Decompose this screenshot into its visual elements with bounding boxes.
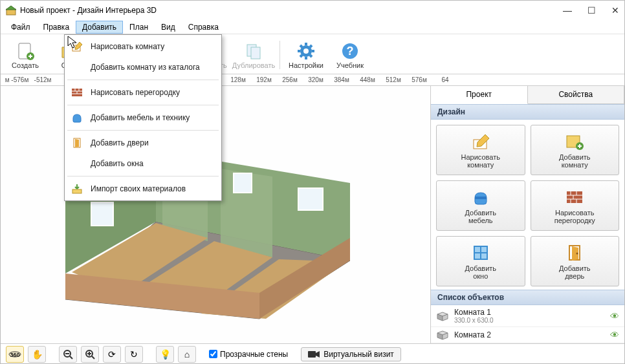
svg-rect-36: [567, 191, 582, 203]
svg-point-7: [303, 48, 309, 54]
pan-hand-button[interactable]: ✋: [28, 346, 46, 363]
bottom-toolbar: 360 ✋ ⟳ ↻ 💡 ⌂ Прозрачные стены Виртуальн…: [1, 343, 624, 364]
svg-line-15: [310, 45, 312, 47]
pencil-room-icon: [70, 40, 84, 53]
room-cube-icon: [436, 330, 449, 340]
dd-draw-room[interactable]: Нарисовать комнату: [66, 36, 220, 57]
transparent-walls-checkbox[interactable]: Прозрачные стены: [209, 350, 288, 359]
brick-wall-icon: [70, 86, 84, 99]
light-button[interactable]: 💡: [156, 346, 174, 363]
svg-rect-65: [308, 351, 316, 358]
panel-tabs: Проект Свойства: [431, 86, 624, 104]
chair-icon: [70, 111, 84, 124]
room-cube-icon: [436, 311, 449, 321]
door-icon: [564, 242, 585, 263]
dd-add-doors[interactable]: Добавить двери: [66, 133, 220, 153]
tab-project[interactable]: Проект: [431, 86, 528, 104]
menu-plan[interactable]: План: [123, 21, 155, 34]
dd-import-materials[interactable]: Импорт своих материалов: [66, 178, 220, 199]
section-objects-header: Список объектов: [431, 290, 624, 305]
door-icon: [70, 136, 84, 149]
svg-line-14: [300, 55, 302, 57]
svg-line-13: [310, 55, 312, 57]
svg-rect-5: [251, 47, 260, 59]
svg-rect-29: [298, 188, 323, 210]
visibility-eye-icon[interactable]: 👁: [610, 330, 619, 340]
design-grid: Нарисовать комнату Добавить комнату Доба…: [431, 120, 624, 290]
btn-add-window[interactable]: Добавить окно: [436, 236, 525, 286]
svg-marker-75: [75, 139, 79, 147]
zoom-in-button[interactable]: [81, 346, 99, 363]
minimize-button[interactable]: —: [563, 5, 572, 16]
zoom-out-button[interactable]: [59, 346, 77, 363]
maximize-button[interactable]: ☐: [587, 5, 596, 16]
list-item[interactable]: Комната 1330.0 x 630.0 👁: [431, 305, 624, 327]
duplicate-icon: [243, 41, 264, 61]
window-icon: [470, 242, 491, 263]
menu-add[interactable]: Добавить: [76, 21, 123, 34]
chair-icon: [470, 187, 491, 208]
visibility-eye-icon[interactable]: 👁: [610, 311, 619, 321]
toolbar-sep2: [280, 41, 280, 69]
right-panel: Проект Свойства Дизайн Нарисовать комнат…: [430, 86, 624, 343]
btn-add-room[interactable]: Добавить комнату: [531, 125, 620, 175]
btn-add-door[interactable]: Добавить дверь: [531, 236, 620, 286]
camera-home-button[interactable]: ⌂: [178, 346, 196, 363]
svg-point-49: [576, 253, 578, 255]
gear-icon: [296, 41, 316, 61]
brick-wall-icon: [564, 187, 585, 208]
btn-add-furniture[interactable]: Добавить мебель: [436, 180, 525, 231]
app-icon: [6, 5, 16, 16]
menu-edit[interactable]: Правка: [37, 21, 76, 34]
btn-draw-room[interactable]: Нарисовать комнату: [436, 125, 525, 175]
svg-rect-35: [475, 197, 487, 199]
menu-file[interactable]: Файл: [5, 21, 37, 34]
dd-add-furniture[interactable]: Добавить мебель и технику: [66, 107, 220, 128]
list-item[interactable]: Комната 2 👁: [431, 327, 624, 343]
view-360-button[interactable]: 360: [6, 346, 24, 363]
toolbar-create[interactable]: Создать: [5, 37, 46, 73]
camera-icon: [308, 350, 320, 358]
svg-marker-1: [6, 6, 16, 10]
dd-add-windows[interactable]: Добавить окна: [66, 153, 220, 174]
svg-rect-26: [91, 202, 113, 226]
dd-draw-partition[interactable]: Нарисовать перегородку: [66, 82, 220, 103]
section-design-header: Дизайн: [431, 104, 624, 120]
svg-line-59: [70, 356, 72, 359]
svg-marker-66: [316, 351, 320, 358]
btn-draw-partition[interactable]: Нарисовать перегородку: [531, 180, 620, 231]
menubar: Файл Правка Добавить План Вид Справка: [1, 20, 624, 34]
toolbar-tutorial[interactable]: ? Учебник: [329, 37, 371, 73]
rotate-button[interactable]: ⟳: [103, 346, 121, 363]
toolbar-settings[interactable]: Настройки: [285, 37, 327, 73]
svg-line-12: [300, 45, 302, 47]
pencil-room-icon: [470, 131, 491, 152]
help-icon: ?: [340, 41, 360, 61]
svg-rect-76: [72, 189, 82, 193]
new-file-icon: [15, 41, 36, 61]
menu-view[interactable]: Вид: [155, 21, 182, 34]
toolbar-duplicate[interactable]: Дублировать: [233, 37, 274, 73]
svg-rect-28: [234, 173, 252, 193]
refresh-button[interactable]: ↻: [125, 346, 143, 363]
svg-text:?: ?: [347, 45, 354, 58]
close-button[interactable]: ✕: [611, 5, 619, 16]
object-list: Комната 1330.0 x 630.0 👁 Комната 2 👁: [431, 305, 624, 343]
menu-help[interactable]: Справка: [182, 21, 225, 34]
window-title: Новый проект - Дизайн Интерьера 3D: [20, 6, 157, 15]
virtual-visit-button[interactable]: Виртуальный визит: [301, 347, 401, 361]
dd-add-room-catalog[interactable]: Добавить комнату из каталога: [66, 57, 220, 78]
add-dropdown-menu: Нарисовать комнату Добавить комнату из к…: [64, 34, 222, 201]
add-room-icon: [564, 131, 585, 152]
tab-properties[interactable]: Свойства: [528, 86, 625, 103]
import-arrow-icon: [70, 182, 84, 195]
svg-line-62: [92, 356, 94, 359]
titlebar: Новый проект - Дизайн Интерьера 3D — ☐ ✕: [1, 1, 624, 20]
